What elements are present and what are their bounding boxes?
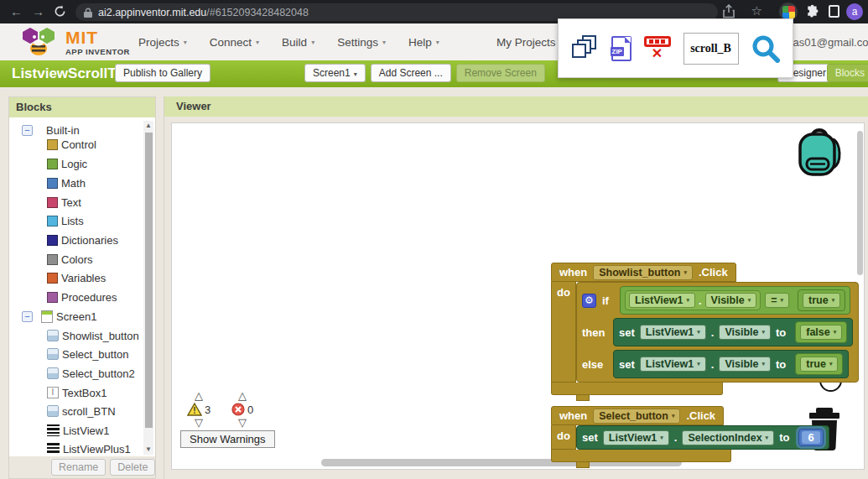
sidebar-item-textbox1[interactable]: ITextBox1 [47,383,107,402]
sidebar-item-dictionaries[interactable]: Dictionaries [47,231,118,249]
browser-profile-avatar[interactable]: a [846,3,863,20]
sidebar-item-listview1[interactable]: ListView1 [47,421,109,440]
button-component-icon [47,367,59,379]
search-input[interactable] [683,33,739,65]
block-bottom-edge [551,383,723,395]
component-dropdown[interactable]: ListView1▾ [603,430,669,445]
false-value-block[interactable]: false▾ [795,321,847,343]
sidebar-item-select-button[interactable]: Select_button [47,345,129,363]
show-warnings-button[interactable]: Show Warnings [180,430,275,448]
sidebar-item-procedures[interactable]: Procedures [47,288,117,306]
scrollbar-thumb[interactable] [145,133,153,428]
set-keyword: set [619,358,635,371]
operator-dropdown[interactable]: =▾ [765,293,789,308]
bookmark-star-icon[interactable]: ☆ [751,3,762,18]
chevron-down-icon: ▾ [436,39,439,46]
sidebar-item-showlist-button[interactable]: Showlist_button [47,326,139,345]
sidebar-item-scroll-btn[interactable]: scroll_BTN [47,402,116,420]
true-value-block[interactable]: true▾ [795,353,843,375]
browser-forward-icon[interactable]: → [32,3,44,20]
main-menu: Projects▾ Connect▾ Build▾ Settings▾ Help… [138,23,439,60]
side-panel-icon[interactable] [829,5,839,18]
listview-visible-getter-block[interactable]: ListView1▾ . Visible▾ [625,290,761,310]
menu-help[interactable]: Help▾ [408,36,439,49]
delete-strip-icon[interactable]: ✕ [644,36,671,60]
then-keyword: then [582,326,607,339]
add-screen-button[interactable]: Add Screen ... [371,64,451,82]
sidebar-item-lists[interactable]: Lists [47,211,84,230]
dot-separator: . [711,358,715,371]
property-dropdown[interactable]: SelectionIndex▾ [682,430,774,445]
menu-projects[interactable]: Projects▾ [138,36,187,49]
browser-reload-icon[interactable] [54,5,66,18]
sidebar-item-control[interactable]: Control [47,135,96,154]
palette-scrollbar[interactable]: ▲ ▼ [143,121,153,455]
property-dropdown[interactable]: Visible▾ [705,293,757,308]
scroll-down-icon[interactable]: ▼ [143,445,153,455]
my-projects-link[interactable]: My Projects [496,23,556,60]
property-dropdown[interactable]: Visible▾ [719,357,771,372]
puzzle-extensions-icon[interactable] [804,4,819,19]
menu-build[interactable]: Build▾ [282,36,314,49]
equals-comparison-block[interactable]: ListView1▾ . Visible▾ =▾ true▾ [620,286,850,315]
number-6-block[interactable]: 6 [798,429,823,446]
zip-label: ZIP [611,47,624,56]
sidebar-item-text[interactable]: Text [47,193,81,211]
logic-drawer-icon [47,159,58,169]
sidebar-item-colors[interactable]: Colors [47,250,93,268]
component-dropdown[interactable]: ListView1▾ [640,357,706,372]
remove-screen-button[interactable]: Remove Screen [456,64,545,82]
mit-app-inventor-logo[interactable]: MIT APP INVENTOR [20,26,130,58]
collapse-icon[interactable]: − [22,125,33,136]
rename-button[interactable]: Rename [51,459,106,476]
set-visible-false-block[interactable]: set ListView1▾ . Visible▾ to false▾ [613,318,853,346]
blocks-tab-button[interactable]: Blocks [827,64,868,82]
share-icon[interactable] [722,4,735,18]
error-icon [231,403,245,416]
browser-back-icon[interactable]: ← [10,3,23,20]
collapse-icon[interactable]: − [22,311,33,322]
account-menu[interactable]: tas01@gmail.com▾ [790,23,868,60]
blocks-canvas[interactable]: △ ! 3 ▽ △ 0 ▽ Show Warnings [171,122,865,470]
set-selectionindex-block[interactable]: set ListView1▾ . SelectionIndex▾ to 6 [576,425,829,450]
copy-pages-icon[interactable] [572,35,599,62]
tree-node-screen1[interactable]: − Screen1 [22,307,96,325]
zip-file-icon[interactable]: ZIP [611,36,632,61]
menu-connect[interactable]: Connect▾ [210,36,259,49]
component-dropdown[interactable]: ListView1▾ [640,325,706,340]
event-suffix: .Click [699,266,728,279]
menu-settings[interactable]: Settings▾ [337,36,386,49]
backpack-icon[interactable] [794,126,848,183]
prev-warning-icon[interactable]: △ [180,390,217,402]
block-bottom-tab [576,462,590,468]
scroll-up-icon[interactable]: ▲ [143,121,153,131]
next-warning-icon[interactable]: ▽ [180,417,217,429]
sidebar-item-logic[interactable]: Logic [47,154,87,173]
delete-button[interactable]: Delete [110,459,155,476]
event-component-dropdown[interactable]: Select_button▾ [593,409,680,424]
publish-to-gallery-button[interactable]: Publish to Gallery [115,64,211,82]
button-component-icon [47,405,59,417]
search-icon[interactable] [751,34,780,63]
component-dropdown[interactable]: ListView1▾ [629,293,695,308]
event-component-dropdown[interactable]: Showlist_button▾ [593,265,693,280]
sidebar-item-listviewplus1[interactable]: ListViewPlus1 [47,440,131,458]
true-value-block[interactable]: true▾ [798,289,845,311]
screen-selector-dropdown[interactable]: Screen1▾ [304,64,366,82]
if-then-else-block[interactable]: ⚙ if ListView1▾ . Visible▾ =▾ true▾ [576,282,859,383]
gear-mutator-icon[interactable]: ⚙ [582,294,596,308]
when-showlist-button-click-block[interactable]: when Showlist_button▾ .Click do ⚙ if Lis… [551,263,859,401]
warning-icon: ! [187,403,202,416]
to-keyword: to [776,326,786,339]
sidebar-item-variables[interactable]: Variables [47,268,106,287]
set-visible-true-block[interactable]: set ListView1▾ . Visible▾ to true▾ [613,350,849,378]
sidebar-item-math[interactable]: Math [47,174,86,192]
canvas-vertical-scrollbar[interactable] [857,131,863,275]
lists-drawer-icon [47,216,58,226]
next-error-icon[interactable]: ▽ [224,417,261,429]
textbox-component-icon: I [47,387,59,398]
property-dropdown[interactable]: Visible▾ [719,325,771,340]
sidebar-item-select-button2[interactable]: Select_button2 [47,364,135,383]
prev-error-icon[interactable]: △ [224,390,261,402]
when-select-button-click-block[interactable]: when Select_button▾ .Click do set ListVi… [551,406,829,468]
